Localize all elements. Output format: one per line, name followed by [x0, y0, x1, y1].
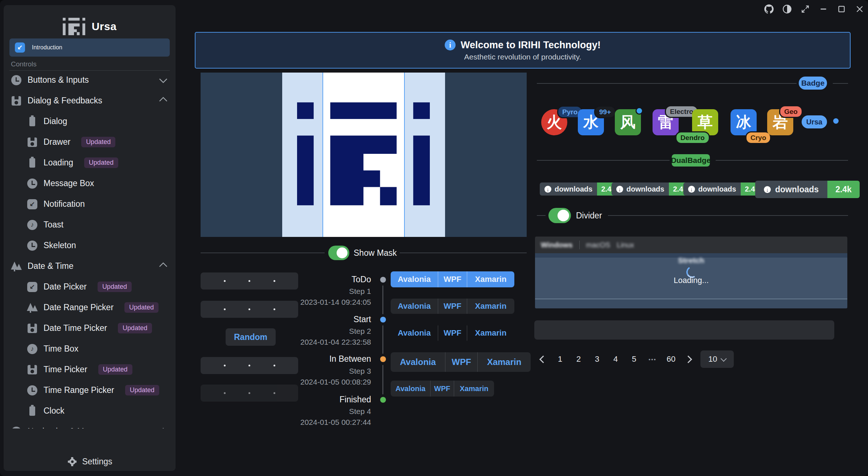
- wpf-button[interactable]: WPF: [438, 271, 467, 287]
- ipv4-input-3[interactable]: [201, 357, 298, 374]
- page-button-3[interactable]: 3: [589, 350, 605, 368]
- ipv4-input-4-disabled: [201, 385, 298, 402]
- floppy-icon: [27, 364, 38, 375]
- timeline-step-label: Step 1: [349, 287, 371, 296]
- avalonia-button[interactable]: Avalonia: [391, 325, 438, 341]
- downloads-badge: ↓downloads 2.4k: [612, 182, 691, 196]
- page-button-last[interactable]: 60: [663, 350, 679, 368]
- timeline-step-name: In Between: [329, 354, 371, 364]
- clock-icon: [11, 75, 22, 86]
- sidebar-item-date-picker[interactable]: Date Picker Updated: [4, 278, 176, 296]
- sidebar-item-dialog-feedbacks[interactable]: Dialog & Feedbacks: [4, 91, 176, 110]
- pagination-ellipsis[interactable]: •••: [645, 356, 660, 362]
- sidebar-item-drawer[interactable]: Drawer Updated: [4, 133, 176, 151]
- sidebar-item-date-time-picker[interactable]: Date Time Picker Updated: [4, 319, 176, 337]
- sidebar-item-buttons-inputs[interactable]: Buttons & Inputs: [4, 71, 176, 89]
- irihi-logo-icon: [63, 18, 85, 35]
- sidebar-item-dialog[interactable]: Dialog: [4, 112, 176, 131]
- timeline-connector: [382, 286, 383, 314]
- sidebar-item-message-box[interactable]: Message Box: [4, 174, 176, 193]
- clock-icon: [27, 178, 38, 189]
- sidebar-item-date-range-picker[interactable]: Date Range Picker Updated: [4, 298, 176, 317]
- sidebar-item-loading[interactable]: Loading Updated: [4, 153, 176, 172]
- close-button[interactable]: [854, 4, 865, 15]
- xamarin-button[interactable]: Xamarin: [467, 299, 514, 314]
- wpf-button[interactable]: WPF: [438, 299, 467, 314]
- timeline-step-label: Step 4: [349, 407, 371, 416]
- wpf-button[interactable]: WPF: [445, 352, 477, 372]
- sidebar-item-clock[interactable]: Clock: [4, 402, 176, 420]
- sidebar-item-introduction[interactable]: Introduction: [9, 38, 170, 57]
- divider-line: [608, 215, 848, 216]
- clock-icon: [27, 240, 38, 251]
- sidebar-item-date-time[interactable]: Date & Time: [4, 257, 176, 275]
- sidebar: Ursa Introduction Controls Buttons & Inp…: [4, 5, 176, 471]
- music-note-icon: [27, 219, 38, 230]
- random-button[interactable]: Random: [226, 328, 276, 346]
- page-button-2[interactable]: 2: [571, 350, 586, 368]
- wpf-button[interactable]: WPF: [438, 325, 467, 341]
- page-button-4[interactable]: 4: [608, 350, 623, 368]
- github-icon[interactable]: [764, 4, 774, 15]
- sidebar-item-time-range-picker[interactable]: Time Range Picker Updated: [4, 381, 176, 399]
- text-input[interactable]: [534, 320, 834, 340]
- xamarin-button[interactable]: Xamarin: [467, 271, 514, 287]
- avalonia-button[interactable]: Avalonia: [391, 381, 430, 397]
- fullscreen-icon[interactable]: [800, 4, 811, 15]
- timeline-dot-start: [380, 317, 386, 323]
- wpf-button[interactable]: WPF: [430, 381, 454, 397]
- xamarin-button[interactable]: Xamarin: [467, 325, 514, 341]
- xamarin-button[interactable]: Xamarin: [477, 352, 531, 372]
- dot-badge: [833, 118, 839, 124]
- tab-linux[interactable]: Linux: [617, 241, 634, 249]
- geo-badge: Geo: [779, 105, 803, 118]
- tab-windows[interactable]: Windows: [541, 241, 573, 249]
- count-badge: 99+: [594, 106, 616, 118]
- banner-title: Welcome to IRIHI Technology!: [461, 40, 601, 51]
- avalonia-button[interactable]: Avalonia: [391, 352, 445, 372]
- app-logo: Ursa: [4, 5, 176, 38]
- download-icon: ↓: [544, 186, 551, 193]
- minimize-button[interactable]: [818, 4, 829, 15]
- timeline-step-label: Step 2: [349, 327, 371, 336]
- xamarin-button[interactable]: Xamarin: [454, 381, 494, 397]
- sidebar-item-notification[interactable]: Notification: [4, 195, 176, 213]
- info-icon: i: [445, 40, 456, 50]
- settings-button[interactable]: Settings: [4, 452, 176, 471]
- music-note-icon: [11, 426, 22, 429]
- divider-line: [716, 160, 848, 161]
- divider-toggle[interactable]: [548, 208, 571, 223]
- avalonia-button[interactable]: Avalonia: [391, 271, 438, 287]
- page-button-5[interactable]: 5: [626, 350, 642, 368]
- sidebar-item-time-box[interactable]: Time Box: [4, 340, 176, 358]
- page-button-1[interactable]: 1: [552, 350, 568, 368]
- next-page-button[interactable]: [682, 350, 694, 368]
- prev-page-button[interactable]: [537, 350, 549, 368]
- chevron-up-icon: [159, 262, 168, 270]
- trees-icon: [27, 302, 38, 313]
- floppy-icon: [27, 323, 38, 334]
- sidebar-item-skeleton[interactable]: Skeleton: [4, 236, 176, 255]
- sidebar-item-navigation-menus[interactable]: Navigation & Menus: [4, 422, 176, 428]
- theme-toggle-icon[interactable]: [782, 4, 793, 15]
- divider-line: [537, 215, 546, 216]
- updated-badge: Updated: [124, 302, 159, 313]
- timeline-connector: [382, 325, 383, 354]
- show-mask-toggle[interactable]: [328, 246, 349, 260]
- maximize-button[interactable]: [836, 4, 847, 15]
- floppy-icon: [27, 137, 38, 148]
- timeline-dot-finished: [380, 397, 386, 403]
- ipv4-input-1[interactable]: [201, 272, 298, 290]
- sidebar-item-time-picker[interactable]: Time Picker Updated: [4, 360, 176, 379]
- loading-text: Loading...: [535, 276, 847, 285]
- page-size-select[interactable]: 10: [700, 350, 734, 368]
- sidebar-item-toast[interactable]: Toast: [4, 216, 176, 234]
- divider-line: [537, 83, 797, 84]
- divider-label: Divider: [576, 211, 602, 221]
- clock-icon: [27, 385, 38, 396]
- avalonia-button[interactable]: Avalonia: [391, 299, 438, 314]
- tab-macos[interactable]: macOS: [586, 241, 610, 249]
- ipv4-input-2[interactable]: [201, 301, 298, 318]
- chevron-up-icon: [159, 427, 168, 428]
- arrow-square-icon: [27, 199, 38, 210]
